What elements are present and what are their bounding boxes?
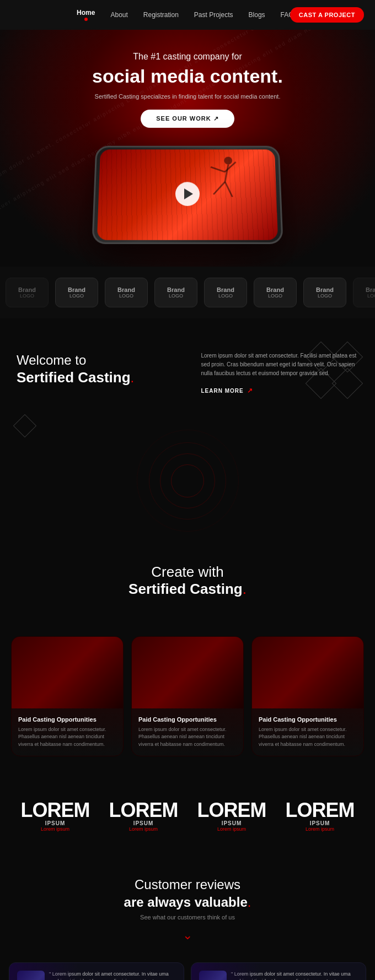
svg-line-1: [225, 165, 229, 182]
chevron-down-icon[interactable]: ⌄: [11, 928, 364, 943]
review-1-avatar: [17, 971, 45, 980]
stat-4-main: LOREM: [286, 800, 355, 820]
radar-rings: [132, 426, 243, 536]
brand-item-8: Brand LOGO: [353, 278, 375, 307]
reviews-red-dot: .: [248, 895, 251, 909]
hero-title: social media content.: [92, 66, 283, 86]
brand-item-3: Brand LOGO: [105, 278, 148, 307]
stat-3-link[interactable]: Lorem ipsum: [197, 826, 266, 832]
stat-2-main: LOREM: [109, 800, 178, 820]
svg-line-4: [213, 182, 225, 194]
svg-line-5: [225, 182, 232, 197]
navbar: Home About Registration Past Projects Bl…: [0, 0, 375, 30]
welcome-left: Welcome to Sertified Casting.: [17, 351, 205, 387]
welcome-body-text: Lorem ipsum dolor sit amet consectetur. …: [201, 351, 358, 378]
stat-1-link[interactable]: Lorem ipsum: [21, 826, 90, 832]
brands-scroll: Brand LOGO Brand LOGO Brand LOGO Brand L…: [0, 278, 375, 307]
review-2-avatar: [199, 971, 227, 980]
brand-item-4: Brand LOGO: [154, 278, 197, 307]
cast-project-button[interactable]: CAST A PROJECT: [290, 7, 364, 23]
review-1-body: " Lorem ipsum dolor sit amet consectetur…: [49, 971, 176, 980]
stat-1-sub: IPSUM: [21, 820, 90, 826]
card-3-desc: Lorem ipsum dolor sit amet consectetur. …: [259, 726, 357, 749]
card-2-content: Paid Casting Opportunities Lorem ipsum d…: [132, 708, 243, 756]
nav-blogs[interactable]: Blogs: [249, 11, 265, 19]
phone-mockup: [92, 146, 283, 244]
welcome-section: Welcome to Sertified Casting. Lorem ipsu…: [0, 318, 375, 420]
stat-item-4: LOREM IPSUM Lorem ipsum: [286, 800, 355, 832]
play-triangle-icon: [184, 189, 193, 200]
nav-about[interactable]: About: [110, 11, 127, 19]
stat-2-sub: IPSUM: [109, 820, 178, 826]
card-2-image: [132, 637, 243, 708]
card-1-desc: Lorem ipsum dolor sit amet consectetur. …: [18, 726, 116, 749]
stat-3-main: LOREM: [197, 800, 266, 820]
review-card-2: " Lorem ipsum dolor sit amet consectetur…: [191, 962, 366, 980]
card-2-desc: Lorem ipsum dolor sit amet consectetur. …: [138, 726, 237, 749]
card-3-image: [252, 637, 363, 708]
card-1-content: Paid Casting Opportunities Lorem ipsum d…: [12, 708, 123, 756]
card-1: Paid Casting Opportunities Lorem ipsum d…: [11, 636, 124, 757]
nav-past-projects[interactable]: Past Projects: [194, 11, 233, 19]
review-1-text: " Lorem ipsum dolor sit amet consectetur…: [49, 971, 176, 980]
welcome-title-line2: Sertified Casting.: [17, 369, 205, 387]
brand-item-6: Brand LOGO: [254, 278, 297, 307]
create-section: Create with Sertified Casting.: [0, 553, 375, 603]
stats-section: LOREM IPSUM Lorem ipsum LOREM IPSUM Lore…: [0, 778, 375, 854]
hero-subtitle: The #1 casting company for: [133, 52, 242, 62]
review-2-text: " Lorem ipsum dolor sit amet consectetur…: [231, 971, 358, 980]
brands-bar: Brand LOGO Brand LOGO Brand LOGO Brand L…: [0, 267, 375, 318]
stat-4-link[interactable]: Lorem ipsum: [286, 826, 355, 832]
stat-item-2: LOREM IPSUM Lorem ipsum: [109, 800, 178, 832]
stat-item-3: LOREM IPSUM Lorem ipsum: [197, 800, 266, 832]
review-card-1: " Lorem ipsum dolor sit amet consectetur…: [9, 962, 184, 980]
card-3-content: Paid Casting Opportunities Lorem ipsum d…: [252, 708, 363, 756]
create-red-dot: .: [243, 581, 247, 597]
learn-more-button[interactable]: LEARN MORE ↗: [201, 387, 253, 394]
card-1-image: [12, 637, 123, 708]
radar-ring-4: [137, 430, 239, 532]
phone-mockup-container: [94, 144, 281, 243]
stat-4-sub: IPSUM: [286, 820, 355, 826]
create-title-line2: Sertified Casting.: [11, 581, 364, 598]
reviews-section: Customer reviews are always valuable. Se…: [0, 854, 375, 953]
stat-1-main: LOREM: [21, 800, 90, 820]
stat-item-1: LOREM IPSUM Lorem ipsum: [21, 800, 90, 832]
review-2-body: " Lorem ipsum dolor sit amet consectetur…: [231, 971, 358, 980]
arrow-icon: ↗: [247, 387, 253, 394]
card-1-title: Paid Casting Opportunities: [18, 716, 116, 723]
welcome-right: Lorem ipsum dolor sit amet consectetur. …: [201, 351, 358, 394]
red-dot-accent: .: [131, 370, 135, 385]
radar-animation: [0, 420, 375, 553]
card-2-title: Paid Casting Opportunities: [138, 716, 237, 723]
card-2: Paid Casting Opportunities Lorem ipsum d…: [131, 636, 244, 757]
dancer-silhouette: [199, 155, 244, 220]
see-our-work-button[interactable]: SEE OUR WORK ↗: [141, 110, 234, 128]
hero-section: The #1 casting company for social media …: [0, 30, 375, 267]
brand-item-2: Brand LOGO: [55, 278, 98, 307]
brand-item-1: Brand LOGO: [6, 278, 49, 307]
reviews-subtitle: See what our customers think of us: [11, 914, 364, 921]
create-title-line1: Create with: [11, 564, 364, 581]
svg-point-0: [224, 157, 232, 165]
nav-registration[interactable]: Registration: [143, 11, 179, 19]
brand-item-7: Brand LOGO: [303, 278, 346, 307]
phone-screen: [97, 150, 278, 240]
review-2-inner: " Lorem ipsum dolor sit amet consectetur…: [199, 971, 358, 980]
cards-section: Paid Casting Opportunities Lorem ipsum d…: [0, 603, 375, 779]
stat-3-sub: IPSUM: [197, 820, 266, 826]
brand-item-5: Brand LOGO: [204, 278, 247, 307]
reviews-title: Customer reviews are always valuable.: [11, 876, 364, 910]
nav-home[interactable]: Home: [77, 9, 95, 21]
stat-2-link[interactable]: Lorem ipsum: [109, 826, 178, 832]
review-grid-1: " Lorem ipsum dolor sit amet consectetur…: [0, 954, 375, 980]
review-1-inner: " Lorem ipsum dolor sit amet consectetur…: [17, 971, 176, 980]
welcome-title-line1: Welcome to: [17, 351, 205, 369]
card-3-title: Paid Casting Opportunities: [259, 716, 357, 723]
hero-desc: Sertified Casting specializes in finding…: [95, 93, 281, 100]
card-3: Paid Casting Opportunities Lorem ipsum d…: [251, 636, 364, 757]
svg-line-2: [211, 167, 225, 172]
